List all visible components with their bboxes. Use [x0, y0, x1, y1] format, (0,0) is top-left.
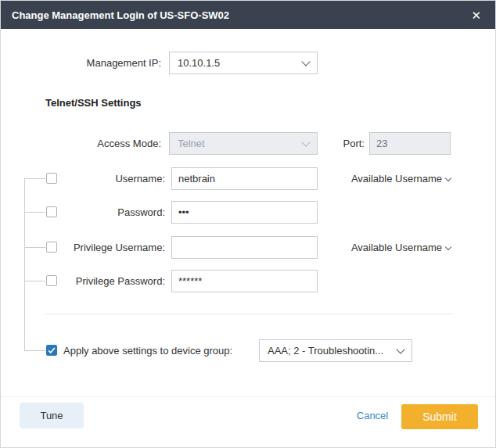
cancel-button[interactable]: Cancel: [353, 403, 392, 428]
device-group-value: AAA; 2 - Troubleshootin...: [268, 345, 383, 357]
port-input: [369, 132, 451, 155]
telnet-ssh-settings-heading: Telnet/SSH Settings: [45, 97, 142, 109]
username-input[interactable]: [171, 167, 318, 190]
device-group-select[interactable]: AAA; 2 - Troubleshootin...: [259, 339, 412, 362]
checkmark-icon: [47, 346, 56, 355]
privilege-username-available-dropdown[interactable]: Available Username: [351, 236, 451, 259]
management-ip-value: 10.10.1.5: [178, 57, 220, 69]
chevron-down-icon: [301, 57, 310, 66]
tune-button[interactable]: Tune: [20, 403, 84, 428]
access-mode-value: Telnet: [178, 138, 205, 149]
privilege-username-input[interactable]: [171, 236, 318, 259]
username-label: Username:: [1, 167, 165, 190]
dialog-header: Change Management Login of US-SFO-SW02 ✕: [1, 1, 495, 29]
apply-settings-label: Apply above settings to device group:: [63, 339, 232, 362]
submit-button[interactable]: Submit: [401, 404, 478, 429]
change-management-login-dialog: Change Management Login of US-SFO-SW02 ✕…: [0, 0, 496, 448]
close-icon[interactable]: ✕: [468, 6, 484, 24]
username-available-dropdown[interactable]: Available Username: [351, 167, 451, 190]
port-label: Port:: [322, 132, 365, 155]
footer-divider: [1, 396, 496, 397]
apply-settings-checkbox[interactable]: [46, 345, 57, 356]
password-label: Password:: [1, 201, 165, 224]
access-mode-select: Telnet: [169, 132, 318, 155]
management-ip-select[interactable]: 10.10.1.5: [169, 52, 318, 74]
available-username-label: Available Username: [351, 236, 442, 259]
chevron-down-icon: [396, 345, 404, 353]
privilege-password-label: Privilege Password:: [1, 270, 165, 292]
management-ip-label: Management IP:: [1, 52, 161, 74]
password-input[interactable]: [171, 201, 318, 224]
section-divider: [45, 314, 452, 314]
chevron-down-icon: [445, 243, 451, 249]
access-mode-label: Access Mode:: [1, 132, 161, 155]
connector-line-apply-group: [24, 350, 45, 351]
available-username-label: Available Username: [351, 167, 442, 190]
chevron-down-icon: [445, 174, 451, 181]
chevron-down-icon: [301, 138, 310, 146]
dialog-title: Change Management Login of US-SFO-SW02: [12, 9, 229, 21]
privilege-username-label: Privilege Username:: [1, 236, 165, 259]
privilege-password-input[interactable]: [171, 270, 318, 292]
